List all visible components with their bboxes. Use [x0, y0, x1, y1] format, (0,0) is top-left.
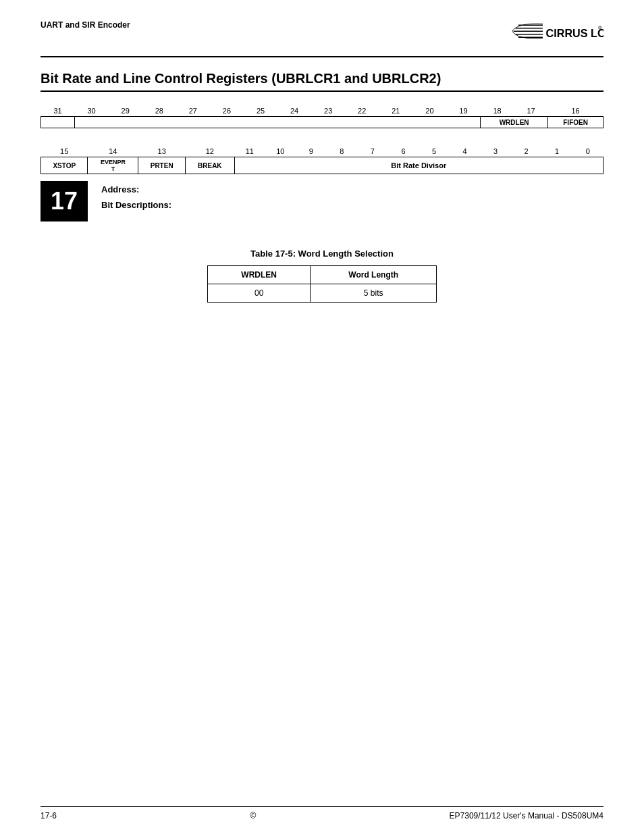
footer-left: 17-6 — [41, 811, 57, 820]
svg-text:®: ® — [598, 25, 602, 31]
col-header-wrdlen: WRDLEN — [208, 266, 311, 284]
bit-3: 3 — [480, 146, 511, 157]
bit-desc-label: Bit Descriptions: — [101, 200, 171, 210]
bit-6: 6 — [388, 146, 419, 157]
bit-1: 1 — [541, 146, 572, 157]
register-lower-table: 15 14 13 12 11 10 9 8 7 6 5 4 3 2 1 0 XS… — [41, 146, 603, 174]
table-container: Table 17-5: Word Length Selection WRDLEN… — [41, 249, 603, 303]
bit-22: 22 — [345, 105, 379, 117]
reg-lower-evenpr: EVENPRT — [88, 157, 138, 174]
bit-5: 5 — [419, 146, 450, 157]
bit-25: 25 — [244, 105, 277, 117]
reg-lower-break: BREAK — [186, 157, 234, 174]
bit-12: 12 — [186, 146, 234, 157]
bit-30: 30 — [75, 105, 109, 117]
bit-17: 17 — [514, 105, 548, 117]
table-caption: Table 17-5: Word Length Selection — [250, 249, 394, 259]
bit-11: 11 — [234, 146, 265, 157]
section-content: Address: Bit Descriptions: — [101, 181, 171, 215]
row-wrdlen-00: 00 — [208, 284, 311, 303]
page: UART and SIR Encoder CIRRUS LOGIC ® Bit — [0, 0, 644, 834]
bit-26: 26 — [210, 105, 244, 117]
bit-27: 27 — [176, 105, 210, 117]
bit-16: 16 — [548, 105, 603, 117]
reg-upper-bits30-19 — [75, 117, 481, 128]
address-label: Address: — [101, 184, 171, 194]
bit-10: 10 — [265, 146, 296, 157]
bit-0: 0 — [572, 146, 603, 157]
reg-lower-bitrate: Bit Rate Divisor — [234, 157, 603, 174]
bit-4: 4 — [450, 146, 481, 157]
col-header-word-length: Word Length — [311, 266, 437, 284]
reg-upper-fifoen: FIFOEN — [548, 117, 603, 128]
reg-lower-xstop: XSTOP — [41, 157, 88, 174]
bit-28: 28 — [142, 105, 176, 117]
bit-19: 19 — [446, 105, 480, 117]
svg-text:CIRRUS LOGIC: CIRRUS LOGIC — [546, 27, 604, 39]
page-header: UART and SIR Encoder CIRRUS LOGIC ® — [41, 20, 603, 57]
register-upper-table: 31 30 29 28 27 26 25 24 23 22 21 20 19 1… — [41, 105, 603, 128]
header-title: UART and SIR Encoder — [41, 20, 130, 30]
row-word-length-5bits: 5 bits — [311, 284, 437, 303]
bit-20: 20 — [412, 105, 446, 117]
cirrus-logic-logo: CIRRUS LOGIC ® — [482, 20, 603, 51]
bit-29: 29 — [109, 105, 142, 117]
reg-upper-wrdlen: WRDLEN — [481, 117, 548, 128]
chapter-number: 17 — [41, 181, 88, 221]
page-title: Bit Rate and Line Control Registers (UBR… — [41, 71, 603, 92]
bit-31: 31 — [41, 105, 75, 117]
table-row: 00 5 bits — [208, 284, 437, 303]
bit-14: 14 — [88, 146, 138, 157]
logo-area: CIRRUS LOGIC ® — [482, 20, 603, 51]
bit-24: 24 — [277, 105, 311, 117]
bit-18: 18 — [481, 105, 514, 117]
bit-9: 9 — [296, 146, 327, 157]
bit-15: 15 — [41, 146, 88, 157]
footer-right: EP7309/11/12 User's Manual - DS508UM4 — [450, 811, 603, 820]
footer-center: © — [250, 811, 256, 820]
reg-lower-prten: PRTEN — [138, 157, 186, 174]
reg-upper-bit31 — [41, 117, 75, 128]
page-footer: 17-6 © EP7309/11/12 User's Manual - DS50… — [41, 806, 603, 820]
word-length-table: WRDLEN Word Length 00 5 bits — [207, 265, 437, 303]
section-address: 17 Address: Bit Descriptions: — [41, 181, 603, 221]
bit-7: 7 — [357, 146, 388, 157]
reg-spacer — [41, 132, 603, 146]
bit-2: 2 — [511, 146, 542, 157]
bit-8: 8 — [327, 146, 358, 157]
bit-21: 21 — [379, 105, 412, 117]
bit-13: 13 — [138, 146, 186, 157]
bit-23: 23 — [311, 105, 345, 117]
